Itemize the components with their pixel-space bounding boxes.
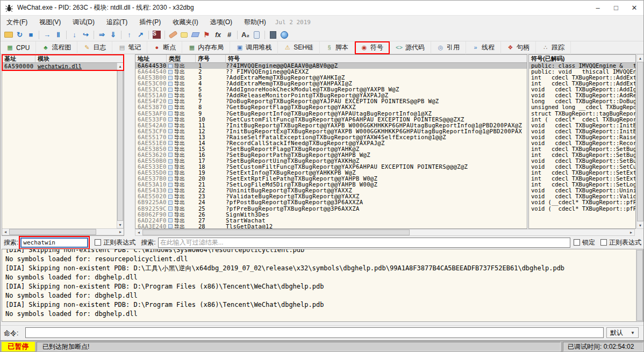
symbol-row[interactable]: 6AE55170导出13?RaiseSelfFatalException@TXB… bbox=[135, 134, 527, 140]
scroll-down-icon[interactable]: ▾ bbox=[117, 221, 123, 228]
modules-hscrollbar[interactable]: ◂ ▸ bbox=[2, 228, 124, 235]
toolbar-button[interactable]: # bbox=[224, 30, 234, 40]
symbols-header-symbol[interactable]: 符号 bbox=[226, 55, 527, 62]
profile-dropdown[interactable]: 默认 ▼ bbox=[606, 327, 639, 338]
tab-symbols[interactable]: ◉符号 bbox=[355, 41, 390, 54]
decoded-row[interactable]: public: class IMVQQEngine & __thiscall I… bbox=[529, 63, 635, 69]
toolbar-button[interactable]: → bbox=[42, 30, 52, 40]
toolbar-button[interactable] bbox=[190, 30, 201, 40]
toolbar-button[interactable] bbox=[3, 30, 13, 40]
symbols-hscrollbar[interactable]: ◂ ▸ bbox=[135, 229, 635, 236]
toolbar-button[interactable]: A₂ bbox=[240, 30, 251, 40]
menu-item[interactable]: 收藏夹(I) bbox=[167, 16, 204, 28]
menu-item[interactable]: 调试(D) bbox=[67, 16, 101, 28]
decoded-row[interactable]: int __cdecl TXBugReport::AddExtraMem(voi… bbox=[529, 81, 635, 87]
decoded-row[interactable]: void (__cdecl* TXBugReport::pfPostBugRep… bbox=[529, 199, 635, 205]
decoded-row[interactable]: struct TXBugReport::tagBugReportInfo * _… bbox=[529, 111, 635, 117]
tab-memory-map[interactable]: ▦内存布局 bbox=[182, 41, 230, 54]
decoded-row[interactable]: public: void __thiscall IMVQQEngine::~IM… bbox=[529, 69, 635, 75]
decoded-vscrollbar[interactable]: ▴ ▾ bbox=[636, 54, 644, 229]
scroll-left-icon[interactable]: ◂ bbox=[2, 229, 9, 235]
symbols-header-address[interactable]: 地址 bbox=[135, 55, 167, 62]
symbol-row[interactable]: 6B062F90导出26SignWith3Des bbox=[135, 212, 527, 218]
tab-cpu[interactable]: ▦CPU bbox=[1, 41, 36, 54]
symbol-row[interactable]: 6AE53620导出16?SetBugReportPath@TXBugRepor… bbox=[135, 152, 527, 158]
decoded-row[interactable]: void __cdecl TXBugReport::AddIgnoreHookC… bbox=[529, 87, 635, 92]
symbol-row[interactable]: 6AE533F0导出10?GetCustomFiltFunc@TXBugRepo… bbox=[135, 117, 527, 123]
toolbar-button[interactable]: ■ bbox=[26, 30, 36, 40]
decoded-row[interactable]: int __cdecl TXBugReport::AddExtraMem(uns… bbox=[529, 75, 635, 81]
symbol-row[interactable]: 6AE550B0导出17?SetBugReportUin@TXBugReport… bbox=[135, 158, 527, 164]
toolbar-button[interactable]: fx bbox=[213, 30, 223, 40]
tab-script[interactable]: §脚本 bbox=[320, 41, 355, 54]
symbols-header-ordinal[interactable]: 序号 bbox=[196, 55, 226, 62]
tab-notes[interactable]: ▤笔记 bbox=[112, 41, 147, 54]
toolbar-button[interactable]: ↑ bbox=[124, 30, 134, 40]
menu-item[interactable]: 视图(V) bbox=[33, 16, 67, 28]
scroll-right-icon[interactable]: ▸ bbox=[628, 229, 634, 235]
symbol-row[interactable]: 6AE54330导出22?UninitBugReport@TXBugReport… bbox=[135, 188, 527, 193]
symbol-row[interactable]: 6AE551A0导出6?AddReleaseMonitorPoint@TXBug… bbox=[135, 92, 527, 98]
scroll-up-icon[interactable]: ▴ bbox=[637, 55, 643, 61]
menu-item[interactable]: 选项(O) bbox=[204, 16, 238, 28]
decoded-row[interactable]: void __cdecl TXBugReport::InitBugReportE… bbox=[529, 128, 635, 134]
tab-graph[interactable]: ♣流程图 bbox=[36, 41, 77, 54]
filter-input[interactable] bbox=[158, 238, 570, 248]
tab-trace[interactable]: ∴跟踪 bbox=[536, 41, 571, 54]
tab-handles[interactable]: ❖句柄 bbox=[501, 41, 536, 54]
symbol-row[interactable]: 6AE53850导出15?SetBugReportFlag@TXBugRepor… bbox=[135, 146, 527, 152]
symbol-row[interactable]: 6AE53AF0导出9?GetBugReportInfo@TXBugReport… bbox=[135, 111, 527, 117]
decoded-row[interactable]: unsigned long __cdecl TXBugReport::GetBu… bbox=[529, 104, 635, 110]
symbol-row[interactable]: 6AE535D0导出19?SetExtInfo@TXBugReport@@YAH… bbox=[135, 170, 527, 176]
toolbar-button[interactable]: Ⅱ bbox=[53, 30, 63, 40]
toolbar-button[interactable]: ↓ bbox=[69, 30, 80, 40]
symbol-row[interactable]: 6A644540导出2??_FIMVQQEngine@@QAEXXZ bbox=[135, 69, 527, 75]
log-vscrollbar[interactable] bbox=[636, 249, 643, 321]
toolbar-button[interactable] bbox=[179, 30, 189, 40]
toolbar-button[interactable]: ⇒ bbox=[97, 30, 107, 40]
decoded-row[interactable]: void (__cdecl* TXBugReport::pfPreBugRepo… bbox=[529, 206, 635, 212]
tab-call-stack[interactable]: ▣调用堆栈 bbox=[230, 41, 278, 54]
modules-header-module[interactable]: 模块 bbox=[35, 55, 124, 62]
symbol-row[interactable]: 6AE537B0导出20?SetExtRptFilePath@TXBugRepo… bbox=[135, 176, 527, 182]
modules-header-base[interactable]: 基址 bbox=[2, 55, 35, 62]
symbol-row[interactable]: 6AE53C10导出5?AddIgnoreHookCheckModule@TXB… bbox=[135, 87, 527, 92]
symbol-row[interactable]: 6B92259C导出25?pfPreBugReport@TXBugReport@… bbox=[135, 206, 527, 212]
symbol-row[interactable]: 6AA3E240导出28TlsGetData@12 bbox=[135, 224, 527, 229]
toolbar-button[interactable] bbox=[168, 30, 178, 40]
regex2-checkbox[interactable] bbox=[600, 239, 607, 246]
module-row[interactable]: 6A590000wechatwin.dll bbox=[2, 63, 124, 70]
toolbar-button[interactable]: ⇓ bbox=[108, 30, 118, 40]
symbol-row[interactable]: 6AE53A10导出21?SetLogFileMd5Dir@TXBugRepor… bbox=[135, 182, 527, 188]
regex-checkbox[interactable] bbox=[95, 239, 101, 246]
symbol-row[interactable]: 6AE55020导出23?ValidateBugReport@TXBugRepo… bbox=[135, 193, 527, 199]
scroll-down-icon[interactable]: ▾ bbox=[637, 222, 643, 228]
toolbar-button[interactable]: ↗ bbox=[135, 30, 146, 40]
symbol-row[interactable]: 6B9225A0导出24?pfPostBugReport@TXBugReport… bbox=[135, 199, 527, 205]
minimize-button[interactable]: – bbox=[589, 1, 607, 15]
menu-item[interactable]: 插件(P) bbox=[133, 16, 167, 28]
symbol-row[interactable]: 6AE53C00导出4?AddExtraMem@TXBugReport@@YAH… bbox=[135, 81, 527, 87]
symbol-row[interactable]: 6AE53B00导出3?AddExtraMem@TXBugReport@@YAH… bbox=[135, 75, 527, 81]
symbols-header-type[interactable]: 类型 bbox=[167, 55, 196, 62]
symbol-row[interactable]: 6AE53870导出8?GetBugReportFlag@TXBugReport… bbox=[135, 104, 527, 110]
symbol-row[interactable]: 6A644530导出1??4IMVQQEngine@@QAEAAV0@ABV0@… bbox=[135, 63, 527, 69]
decoded-row[interactable]: void __cdecl TXBugReport::RaiseSelfFatal… bbox=[529, 134, 635, 140]
scroll-left-icon[interactable]: ◂ bbox=[135, 229, 142, 235]
scroll-up-icon[interactable]: ▴ bbox=[117, 63, 123, 69]
decoded-row[interactable]: void __cdecl TXBugReport::RecordCallStac… bbox=[529, 140, 635, 146]
close-button[interactable]: ✕ bbox=[625, 1, 643, 15]
tab-log[interactable]: ✎日志 bbox=[77, 41, 112, 54]
tab-breakpoints[interactable]: ●断点 bbox=[147, 41, 182, 54]
scroll-right-icon[interactable]: ▸ bbox=[117, 229, 124, 235]
decoded-row[interactable]: int __cdecl TXBugReport::SetLogFileMd5Di… bbox=[529, 182, 635, 188]
tab-seh[interactable]: ⚠SEH链 bbox=[278, 41, 320, 54]
decoded-row[interactable]: void __cdecl TXBugReport::ValidateBugRep… bbox=[529, 193, 635, 199]
lock-checkbox[interactable] bbox=[574, 239, 580, 246]
tab-source[interactable]: <>源代码 bbox=[390, 41, 431, 54]
decoded-header-label[interactable]: 符号(已解码) bbox=[529, 55, 635, 62]
decoded-row[interactable]: int (__cdecl*__cdecl TXBugReport::GetCus… bbox=[529, 117, 635, 123]
search-input[interactable] bbox=[20, 238, 88, 248]
symbol-row[interactable]: 6AE542A0导出11?InitBugReport@TXBugReport@@… bbox=[135, 123, 527, 128]
menu-item[interactable]: 文件(F) bbox=[1, 16, 33, 28]
